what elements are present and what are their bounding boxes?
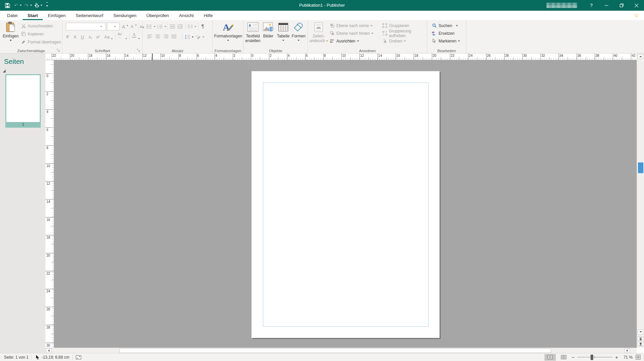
previous-page-icon[interactable] — [638, 336, 643, 341]
styles-dropdown-icon[interactable] — [227, 40, 229, 41]
workspace[interactable] — [54, 60, 637, 348]
horizontal-scrollbar-thumb[interactable] — [119, 348, 551, 353]
show-paragraph-marks-button[interactable]: ¶ — [201, 22, 204, 29]
tab-hilfe[interactable]: Hilfe — [199, 11, 218, 20]
zoom-in-icon[interactable]: + — [615, 354, 619, 360]
help-button[interactable]: ? — [584, 0, 599, 11]
select-button[interactable]: Markieren — [432, 37, 460, 44]
group-formatvorlagen: A Formatvorlagen Formatvorlagen — [213, 20, 244, 53]
styles-button[interactable]: A Formatvorlagen — [215, 21, 241, 41]
align-objects-icon — [329, 38, 335, 44]
styles-icon: A — [222, 21, 234, 33]
restore-button[interactable] — [614, 0, 629, 11]
group-label-formatvorlagen: Formatvorlagen — [213, 49, 243, 53]
scroll-up-icon[interactable] — [638, 54, 643, 59]
tab-sendungen[interactable]: Sendungen — [108, 11, 141, 20]
underline-button: U — [81, 33, 84, 40]
customize-qat-icon[interactable] — [43, 1, 51, 10]
format-painter-button: Format übertragen — [21, 38, 61, 45]
scissors-icon — [21, 23, 26, 29]
tab-start[interactable]: Start — [23, 11, 43, 20]
touch-mode-dropdown-icon[interactable] — [40, 4, 42, 7]
feedback-smiley-icon[interactable]: ☺ — [634, 12, 639, 19]
object-size-icon[interactable] — [76, 355, 81, 360]
tab-einfuegen[interactable]: Einfügen — [43, 11, 70, 20]
next-page-icon[interactable] — [638, 342, 643, 346]
find-dropdown-icon[interactable] — [456, 25, 458, 26]
close-button[interactable] — [629, 0, 644, 11]
h-ruler-label: 20 — [70, 54, 74, 57]
v-ruler-label: 6 — [46, 128, 48, 132]
select-dropdown-icon[interactable] — [458, 40, 460, 42]
fit-page-to-window-icon[interactable] — [635, 355, 641, 360]
paragraph-fill-button — [195, 33, 204, 40]
shapes-button[interactable]: Formen — [291, 21, 306, 41]
table-button[interactable]: Tabelle — [276, 21, 291, 41]
zoom-out-icon[interactable]: − — [571, 354, 575, 360]
textbox-icon: A — [247, 21, 259, 33]
table-dropdown-icon[interactable] — [282, 40, 284, 41]
v-ruler-label: 18 — [46, 236, 50, 239]
two-page-spread-view-button[interactable] — [558, 354, 569, 361]
touch-mouse-mode-icon[interactable] — [33, 1, 41, 10]
dialog-launcher-zwischenablage-icon[interactable] — [57, 48, 61, 52]
zoom-slider[interactable] — [577, 354, 613, 361]
zoom-slider-handle[interactable] — [591, 355, 593, 360]
publication-page[interactable] — [252, 71, 440, 338]
cut-button: Ausschneiden — [21, 22, 53, 29]
ruler-cursor-marker — [152, 53, 153, 60]
h-ruler-label: 4 — [288, 54, 290, 57]
replace-button[interactable]: abac Ersetzen — [432, 30, 454, 37]
send-backward-button: Ebene nach hinten — [329, 30, 373, 37]
scroll-left-icon[interactable] — [46, 348, 51, 353]
v-ruler-label: 22 — [46, 272, 50, 275]
minimize-button[interactable] — [599, 0, 614, 11]
margin-guides — [263, 83, 429, 327]
undo-dropdown-icon — [20, 4, 22, 7]
tab-ansicht[interactable]: Ansicht — [174, 11, 199, 20]
align-button[interactable]: Ausrichten — [329, 37, 359, 44]
h-ruler-label: 26 — [487, 54, 491, 57]
paste-dropdown-icon[interactable] — [10, 40, 12, 41]
page-thumbnail-1[interactable]: 1 — [5, 74, 41, 128]
paste-clipboard-icon — [6, 21, 16, 33]
v-ruler-label: 20 — [46, 254, 50, 257]
h-ruler-label: 6 — [197, 54, 199, 57]
v-ruler-label: 10 — [46, 164, 50, 168]
line-spacing-dropdown-icon — [192, 36, 194, 38]
find-button[interactable]: Suchen — [432, 22, 458, 29]
shapes-dropdown-icon[interactable] — [298, 40, 300, 41]
horizontal-scrollbar[interactable] — [45, 348, 637, 353]
zoom-level[interactable]: 71 % — [621, 355, 633, 360]
single-page-view-button[interactable] — [544, 354, 556, 361]
draw-textbox-button[interactable]: A Textfeld erstellen — [245, 21, 261, 43]
publisher-window: ↶ ↷ Publikation1 - Publisher ? — [0, 0, 644, 361]
tab-seitenentwurf[interactable]: Seitenentwurf — [71, 11, 109, 20]
rotate-button: Drehen — [382, 37, 406, 44]
change-case-button: Aa — [104, 33, 113, 40]
group-schriftart: A▲ A▼ A F K U x₂ x² Aa AV↔ A — [62, 20, 143, 53]
h-ruler-label: 10 — [161, 54, 165, 57]
scroll-down-icon[interactable] — [638, 330, 643, 334]
scroll-right-icon[interactable] — [625, 348, 630, 353]
select-cursor-icon — [432, 38, 437, 44]
text-wrap-icon — [314, 21, 323, 33]
status-bar: Seite: 1 von 1 -13,19; 6,68 cm − + — [0, 353, 644, 361]
paste-button[interactable]: Einfügen — [2, 21, 19, 41]
align-dropdown-icon[interactable] — [357, 40, 359, 42]
vertical-scrollbar-thumb[interactable] — [638, 162, 643, 173]
tab-datei[interactable]: Datei — [2, 11, 23, 20]
vertical-scrollbar[interactable] — [637, 53, 644, 348]
user-account-redacted[interactable] — [546, 3, 577, 8]
dialog-launcher-schriftart-icon[interactable] — [137, 48, 141, 52]
group-bearbeiten: Suchen abac Ersetzen Markieren Bearbeite… — [427, 20, 466, 53]
tab-ueberpruefen[interactable]: Überprüfen — [141, 11, 174, 20]
vertical-ruler[interactable]: 024681012141618202224262830 — [45, 60, 54, 348]
font-name-combobox — [66, 23, 106, 30]
horizontal-ruler[interactable]: 2220181614121086420246810121416182022242… — [45, 53, 637, 60]
page-status[interactable]: Seite: 1 von 1 — [4, 355, 28, 360]
save-icon[interactable] — [3, 1, 11, 10]
collapse-pages-panel-icon[interactable] — [3, 70, 6, 73]
h-ruler-label: 14 — [378, 54, 382, 57]
pictures-button[interactable]: Bilder — [261, 21, 276, 39]
